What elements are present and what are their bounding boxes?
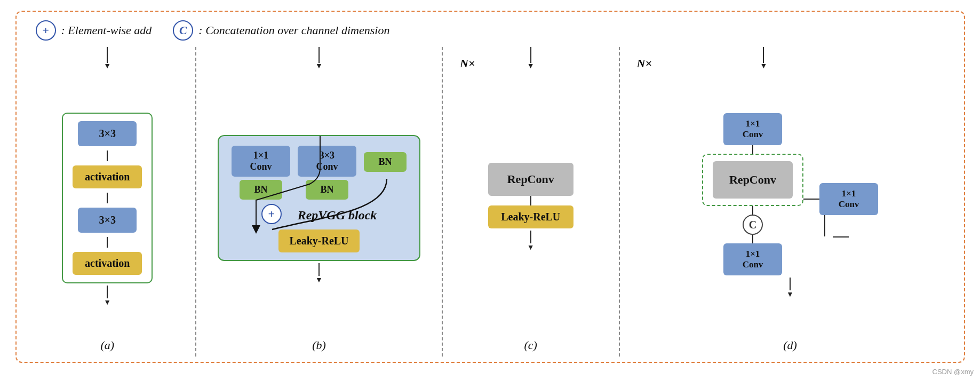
conv1x1-block: 1×1Conv — [232, 146, 290, 177]
leaky-b-block: Leaky-ReLU — [278, 229, 359, 252]
panel-d-c-circle: C — [743, 215, 763, 235]
c-circle-legend: C — [173, 20, 193, 41]
conn1 — [107, 151, 108, 161]
plus-symbol: + — [42, 23, 49, 37]
panel-c-content: RepConv Leaky-ReLU — [488, 163, 573, 228]
panel-d-nx: N× — [637, 57, 652, 70]
panel-a-label: (a) — [100, 338, 114, 352]
panel-c: N× ▼ RepConv Leaky-ReLU ▼ (c) — [448, 47, 614, 357]
panel-b-top-row: 1×1Conv BN 3×3Conv BN BN — [232, 146, 407, 200]
legend-row: + : Element-wise add C : Concatenation o… — [25, 20, 955, 47]
panel-b-content: 1×1Conv BN 3×3Conv BN BN + — [218, 135, 420, 261]
panel-d-left-col: 1×1Conv RepConv C 1×1Conv — [702, 113, 803, 275]
bn-left-block: BN — [240, 180, 282, 200]
leaky-b-wrapper: Leaky-ReLU — [278, 229, 359, 252]
bn-right-block: BN — [364, 152, 407, 172]
panel-a-conv2: 3×3 — [78, 208, 137, 233]
d-conn3 — [752, 235, 753, 243]
panel-d-conv-top: 1×1Conv — [723, 113, 782, 145]
plus-label: : Element-wise add — [61, 23, 152, 37]
legend-c-item: C : Concatenation over channel dimension — [173, 20, 389, 41]
panel-a-green-box: 3×3 activation 3×3 activation — [62, 113, 153, 283]
d-conn2 — [752, 206, 753, 215]
d-conn1 — [752, 145, 753, 154]
plus-row: + RepVGG block — [261, 204, 377, 224]
panel-a-conv1: 3×3 — [78, 121, 137, 146]
plus-circle-legend: + — [36, 20, 56, 41]
panel-d: N× ▼ 1×1Conv RepConv — [625, 47, 955, 357]
panel-c-nx: N× — [460, 57, 475, 70]
panel-d-repconv-box: RepConv — [702, 154, 803, 206]
bn-mid-block: BN — [306, 180, 348, 200]
panel-d-right-col: 1×1Conv — [803, 151, 878, 238]
divider-bc — [442, 47, 443, 357]
panels-row: ▼ 3×3 activation 3×3 activation ▼ (a) — [25, 47, 955, 357]
panel-b-label: (b) — [312, 338, 326, 352]
panel-a-activation2: activation — [73, 252, 142, 275]
panel-b: ▼ 1×1Conv BN 3×3Conv BN — [202, 47, 436, 357]
legend-plus-item: + : Element-wise add — [36, 20, 152, 41]
panel-a: ▼ 3×3 activation 3×3 activation ▼ (a) — [25, 47, 190, 357]
panel-d-repconv: RepConv — [713, 161, 793, 199]
panel-d-content: 1×1Conv RepConv C 1×1Conv — [702, 113, 878, 275]
panel-d-label: (d) — [783, 338, 797, 352]
panel-d-conv-bottom: 1×1Conv — [723, 243, 782, 275]
main-container: + : Element-wise add C : Concatenation o… — [15, 11, 965, 363]
plus-circle-b: + — [261, 204, 282, 224]
panel-c-label: (c) — [524, 338, 537, 352]
divider-ab — [195, 47, 196, 357]
panel-c-leaky: Leaky-ReLU — [488, 205, 573, 228]
c-label: : Concatenation over channel dimension — [198, 23, 389, 37]
c-symbol: C — [179, 23, 187, 37]
conn3 — [107, 237, 108, 248]
panel-c-repconv: RepConv — [488, 163, 573, 196]
conv3x3-block: 3×3Conv — [298, 146, 356, 177]
repvgg-label: RepVGG block — [298, 208, 377, 223]
divider-cd — [619, 47, 620, 357]
conn2 — [107, 193, 108, 203]
watermark: CSDN @xmy — [933, 368, 974, 376]
panel-d-conv-right: 1×1Conv — [819, 183, 878, 215]
panel-c-conn — [530, 196, 531, 205]
repvgg-outer-box: 1×1Conv BN 3×3Conv BN BN + — [218, 135, 420, 261]
panel-a-activation1: activation — [73, 165, 142, 188]
